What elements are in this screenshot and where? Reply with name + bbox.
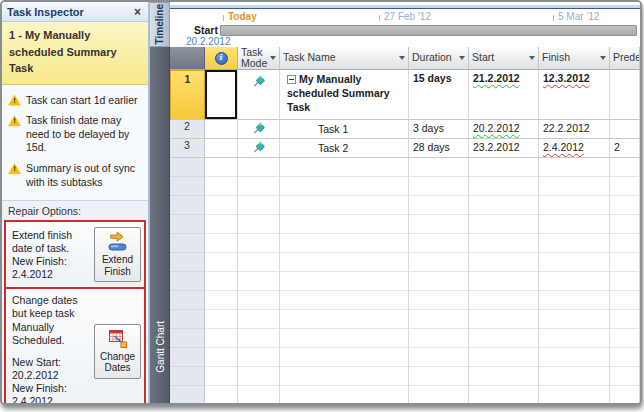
finish-date: 2.4.2012 bbox=[543, 141, 584, 153]
selected-cell[interactable] bbox=[205, 70, 238, 120]
button-label: Change Dates bbox=[96, 351, 139, 374]
start-date: 20.2.2012 bbox=[473, 122, 520, 134]
tab-gantt-chart[interactable]: Gantt Chart bbox=[150, 47, 170, 403]
today-marker-label: Today bbox=[228, 11, 257, 22]
column-label: Finish bbox=[542, 52, 570, 63]
row-number[interactable]: 2 bbox=[170, 120, 205, 139]
table-row-empty[interactable] bbox=[170, 158, 640, 177]
warning-icon bbox=[8, 115, 21, 126]
column-label: Duration bbox=[412, 52, 452, 63]
column-header-task-mode[interactable]: Task Mode bbox=[238, 47, 280, 70]
empty-rows-area bbox=[170, 158, 640, 403]
task-inspector-panel: Task Inspector × 1 - My Manually schedul… bbox=[2, 2, 150, 403]
gantt-table: i Task Mode Task Name Duration Start bbox=[170, 47, 640, 403]
repair-option-change-dates: Change dates but keep task Manually Sche… bbox=[6, 287, 144, 405]
column-header-finish[interactable]: Finish bbox=[539, 47, 610, 70]
info-cell[interactable] bbox=[205, 120, 238, 139]
chevron-down-icon[interactable] bbox=[399, 56, 405, 60]
pushpin-icon bbox=[252, 75, 265, 88]
timeline-bar[interactable] bbox=[220, 25, 637, 36]
column-label: Start bbox=[472, 52, 494, 63]
timeline-date-label: 5 Mar '12 bbox=[558, 11, 599, 22]
table-row-empty[interactable] bbox=[170, 367, 640, 386]
table-row: 1 My Manually scheduled Summary Task 15 … bbox=[170, 70, 640, 120]
timeline-splitter[interactable] bbox=[170, 2, 640, 10]
warning-text: Summary is out of sync with its subtasks bbox=[26, 162, 142, 189]
table-row-empty[interactable] bbox=[170, 272, 640, 291]
chevron-down-icon[interactable] bbox=[600, 56, 606, 60]
table-row-empty[interactable] bbox=[170, 196, 640, 215]
start-cell[interactable]: 21.2.2012 bbox=[469, 70, 539, 120]
chevron-down-icon[interactable] bbox=[270, 56, 276, 60]
table-row-empty[interactable] bbox=[170, 386, 640, 403]
column-label: Predecessors bbox=[613, 52, 640, 63]
repair-detail: New Finish: 2.4.2012 bbox=[12, 382, 91, 405]
predecessors-cell[interactable] bbox=[610, 120, 640, 139]
table-row-empty[interactable] bbox=[170, 234, 640, 253]
start-cell[interactable]: 20.2.2012 bbox=[469, 120, 539, 139]
pushpin-icon bbox=[252, 141, 265, 154]
task-mode-cell[interactable] bbox=[238, 70, 280, 120]
column-header-start[interactable]: Start bbox=[469, 47, 539, 70]
task-mode-cell[interactable] bbox=[238, 120, 280, 139]
app-window: Task Inspector × 1 - My Manually schedul… bbox=[0, 0, 642, 405]
button-label: Extend Finish bbox=[96, 254, 139, 277]
repair-desc: Extend finish date of task. bbox=[12, 229, 91, 255]
column-header-duration[interactable]: Duration bbox=[409, 47, 469, 70]
predecessors-cell[interactable] bbox=[610, 70, 640, 120]
task-name: My Manually scheduled Summary Task bbox=[287, 73, 390, 113]
close-icon[interactable]: × bbox=[132, 6, 143, 18]
change-dates-button[interactable]: Change Dates bbox=[94, 324, 141, 379]
table-row-empty[interactable] bbox=[170, 177, 640, 196]
task-name-cell[interactable]: Task 2 bbox=[280, 139, 409, 158]
finish-cell[interactable]: 2.4.2012 bbox=[539, 139, 610, 158]
task-mode-cell[interactable] bbox=[238, 139, 280, 158]
finish-cell[interactable]: 12.3.2012 bbox=[539, 70, 610, 120]
column-header-predecessors[interactable]: Predecessors bbox=[610, 47, 640, 70]
predecessors-cell[interactable]: 2 bbox=[610, 139, 640, 158]
timeline-date-label: 27 Feb '12 bbox=[384, 11, 431, 22]
start-date: 21.2.2012 bbox=[473, 72, 520, 84]
collapse-icon[interactable] bbox=[287, 75, 296, 84]
row-number[interactable]: 1 bbox=[170, 70, 205, 120]
timeline-start-date: 20.2.2012 bbox=[186, 36, 231, 47]
table-row-empty[interactable] bbox=[170, 291, 640, 310]
table-row-empty[interactable] bbox=[170, 253, 640, 272]
tab-timeline[interactable]: Timeline bbox=[150, 2, 170, 47]
finish-cell[interactable]: 22.2.2012 bbox=[539, 120, 610, 139]
table-header-row: i Task Mode Task Name Duration Start bbox=[170, 47, 640, 70]
chevron-down-icon[interactable] bbox=[459, 56, 465, 60]
info-icon: i bbox=[215, 52, 228, 65]
timeline-start-label: Start bbox=[194, 24, 218, 36]
main-view: Today 27 Feb '12 5 Mar '12 Start 20.2.20… bbox=[170, 2, 640, 403]
task-name-cell[interactable]: Task 1 bbox=[280, 120, 409, 139]
duration-cell[interactable]: 3 days bbox=[409, 120, 469, 139]
task-name: Task 2 bbox=[318, 142, 348, 154]
duration-cell[interactable]: 15 days bbox=[409, 70, 469, 120]
row-number[interactable]: 3 bbox=[170, 139, 205, 158]
warning-text: Task finish date may need to be delayed … bbox=[26, 114, 142, 155]
warning-item: Task can start 1d earlier bbox=[8, 94, 142, 108]
repair-desc: Change dates but keep task Manually Sche… bbox=[12, 294, 91, 347]
chevron-down-icon[interactable] bbox=[529, 56, 535, 60]
column-header-task-name[interactable]: Task Name bbox=[280, 47, 409, 70]
extend-finish-button[interactable]: Extend Finish bbox=[94, 227, 141, 282]
select-all-corner[interactable] bbox=[170, 47, 205, 70]
table-row-empty[interactable] bbox=[170, 215, 640, 234]
start-cell[interactable]: 23.2.2012 bbox=[469, 139, 539, 158]
repair-option-extend-finish: Extend finish date of task. New Finish: … bbox=[6, 222, 144, 287]
column-header-info[interactable]: i bbox=[205, 47, 238, 70]
duration-cell[interactable]: 28 days bbox=[409, 139, 469, 158]
table-row-empty[interactable] bbox=[170, 329, 640, 348]
task-name-cell[interactable]: My Manually scheduled Summary Task bbox=[280, 70, 409, 120]
column-label: Task Mode bbox=[241, 47, 270, 69]
inspected-task-title: 1 - My Manually scheduled Summary Task bbox=[2, 22, 148, 85]
warning-item: Summary is out of sync with its subtasks bbox=[8, 162, 142, 189]
table-row-empty[interactable] bbox=[170, 348, 640, 367]
panel-title: Task Inspector bbox=[7, 6, 132, 18]
change-dates-icon bbox=[108, 329, 128, 349]
warning-text: Task can start 1d earlier bbox=[26, 94, 142, 108]
info-cell[interactable] bbox=[205, 139, 238, 158]
table-row-empty[interactable] bbox=[170, 310, 640, 329]
pushpin-icon bbox=[252, 122, 265, 135]
